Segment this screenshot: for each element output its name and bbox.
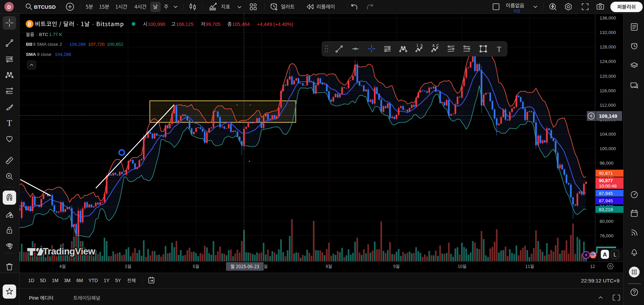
svg-text:87,945: 87,945	[599, 198, 613, 203]
svg-text:BB: BB	[26, 42, 33, 47]
svg-text:120,000: 120,000	[600, 74, 616, 79]
svg-text:6M: 6M	[76, 278, 83, 283]
svg-text:T: T	[7, 118, 12, 128]
svg-text:109,149: 109,149	[599, 113, 617, 119]
svg-text:9 close: 9 close	[37, 52, 51, 57]
svg-text:112,000: 112,000	[600, 103, 616, 108]
svg-text:A: A	[603, 251, 607, 258]
svg-text:96,000: 96,000	[600, 161, 613, 166]
svg-text:1Y: 1Y	[104, 278, 110, 283]
svg-text:92,671: 92,671	[599, 171, 613, 176]
svg-text:83,219: 83,219	[599, 207, 613, 212]
svg-text:BTCUSD: BTCUSD	[34, 4, 56, 10]
svg-text:1.77 K: 1.77 K	[49, 32, 62, 37]
svg-text:10:00:48: 10:00:48	[599, 183, 617, 189]
svg-text:· BTC: · BTC	[36, 32, 48, 37]
svg-text:C: C	[436, 44, 439, 47]
svg-text:106,125: 106,125	[176, 22, 193, 27]
svg-text:5Y: 5Y	[115, 278, 121, 283]
svg-text:3M: 3M	[64, 278, 70, 283]
svg-text:YTD: YTD	[88, 278, 98, 283]
svg-text:22:59:12 UTC+9: 22:59:12 UTC+9	[581, 278, 619, 283]
svg-text:9 SMA close 2: 9 SMA close 2	[33, 42, 62, 47]
svg-text:104,000: 104,000	[600, 132, 616, 137]
svg-text:L: L	[613, 252, 616, 258]
svg-text:104,286: 104,286	[55, 52, 71, 57]
svg-text:128,000: 128,000	[600, 44, 616, 49]
svg-text:TradingView: TradingView	[43, 246, 96, 257]
svg-text:105,464: 105,464	[232, 22, 250, 27]
svg-text:90,877: 90,877	[599, 178, 613, 183]
svg-text:1D: 1D	[28, 278, 34, 283]
svg-text:80,000: 80,000	[600, 219, 613, 224]
svg-text:SMA: SMA	[26, 52, 36, 57]
svg-text:Pine: Pine	[29, 295, 39, 301]
svg-text:124,000: 124,000	[600, 59, 616, 64]
svg-text:D: D	[7, 4, 11, 10]
svg-text:1: 1	[416, 44, 418, 47]
svg-text:100,852: 100,852	[107, 42, 123, 47]
svg-text:132,000: 132,000	[600, 30, 616, 35]
svg-text:116,000: 116,000	[600, 88, 616, 93]
svg-text:100,990: 100,990	[148, 22, 165, 27]
svg-text:100,000: 100,000	[600, 146, 616, 151]
svg-text:107,720: 107,720	[88, 42, 105, 47]
svg-text:104,286: 104,286	[69, 42, 86, 47]
svg-text:+4,449 (+4.40%): +4,449 (+4.40%)	[257, 22, 293, 27]
svg-text:99,705: 99,705	[205, 22, 220, 27]
svg-text:T: T	[497, 45, 501, 53]
svg-text:5D: 5D	[40, 278, 46, 283]
svg-text:1M: 1M	[52, 278, 58, 283]
svg-text:76,000: 76,000	[600, 233, 613, 238]
svg-text:5: 5	[421, 44, 423, 47]
svg-text:A: A	[432, 44, 435, 47]
svg-text:136,000: 136,000	[600, 15, 616, 21]
svg-text:87,945: 87,945	[599, 191, 613, 196]
